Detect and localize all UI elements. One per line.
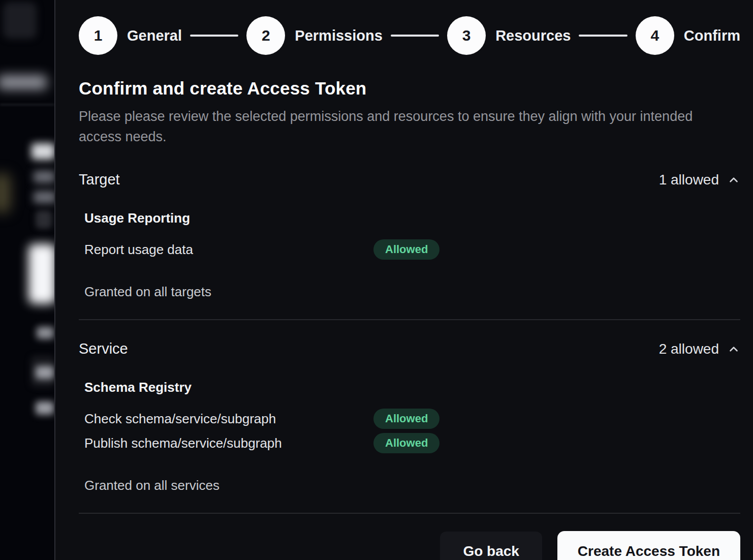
- step-number-circle: 1: [79, 16, 117, 55]
- wizard-stepper: 1 General 2 Permissions 3 Resources 4 Co…: [79, 16, 740, 55]
- step-confirm[interactable]: 4 Confirm: [636, 16, 740, 55]
- blurred-text: [36, 366, 54, 379]
- blurred-tile: [3, 2, 37, 39]
- permission-label: Publish schema/service/subgraph: [84, 435, 373, 451]
- create-access-token-modal: 1 General 2 Permissions 3 Resources 4 Co…: [54, 0, 753, 560]
- step-number-circle: 2: [246, 16, 285, 55]
- step-resources[interactable]: 3 Resources: [447, 16, 571, 55]
- section-divider: [79, 319, 740, 320]
- step-permissions[interactable]: 2 Permissions: [246, 16, 382, 55]
- blurred-text: [36, 401, 54, 415]
- page-title: Confirm and create Access Token: [79, 78, 740, 99]
- permission-label: Report usage data: [84, 242, 373, 258]
- target-collapse-toggle[interactable]: 1 allowed: [659, 172, 740, 188]
- granted-note: Granted on all services: [84, 478, 740, 493]
- step-connector-line: [579, 35, 627, 37]
- page-description: Please please review the selected permis…: [79, 106, 704, 147]
- allowed-count: 1 allowed: [659, 172, 719, 188]
- chevron-up-icon: [727, 343, 740, 356]
- step-label: Confirm: [684, 27, 740, 44]
- background-page-blurred: [0, 0, 54, 560]
- blurred-heading: [32, 143, 54, 160]
- status-badge-allowed: Allowed: [373, 409, 440, 429]
- step-number-circle: 3: [447, 16, 486, 55]
- section-header-target: Target 1 allowed: [79, 171, 740, 188]
- step-connector-line: [190, 35, 238, 37]
- chevron-up-icon: [727, 173, 740, 186]
- granted-note: Granted on all targets: [84, 284, 740, 300]
- step-connector-line: [391, 35, 439, 37]
- permission-row: Report usage data Allowed: [84, 237, 740, 262]
- blurred-accent-blob: [0, 174, 10, 212]
- go-back-button[interactable]: Go back: [440, 532, 542, 560]
- blurred-text: [0, 75, 47, 89]
- create-access-token-button[interactable]: Create Access Token: [557, 531, 740, 560]
- step-label: Permissions: [295, 27, 382, 44]
- blurred-white-card: [28, 244, 54, 304]
- allowed-count: 2 allowed: [659, 341, 719, 357]
- step-label: General: [127, 27, 182, 44]
- blurred-icon: [36, 210, 52, 229]
- status-badge-allowed: Allowed: [373, 239, 440, 260]
- permission-group-title: Usage Reporting: [84, 210, 740, 226]
- section-header-service: Service 2 allowed: [79, 340, 740, 357]
- status-badge-allowed: Allowed: [373, 433, 440, 453]
- permission-group-title: Schema Registry: [84, 380, 740, 395]
- section-title: Target: [79, 171, 120, 188]
- blurred-text: [37, 327, 54, 339]
- blurred-text: [34, 171, 54, 183]
- step-general[interactable]: 1 General: [79, 16, 182, 55]
- modal-footer: Go back Create Access Token: [79, 531, 740, 560]
- permission-row: Publish schema/service/subgraph Allowed: [84, 431, 740, 455]
- section-title: Service: [79, 340, 128, 357]
- step-label: Resources: [495, 27, 571, 44]
- service-collapse-toggle[interactable]: 2 allowed: [659, 341, 740, 357]
- blurred-divider: [0, 104, 54, 105]
- blurred-text: [34, 191, 54, 203]
- permission-label: Check schema/service/subgraph: [84, 411, 373, 427]
- permission-row: Check schema/service/subgraph Allowed: [84, 407, 740, 431]
- step-number-circle: 4: [636, 16, 674, 55]
- footer-divider: [79, 513, 740, 514]
